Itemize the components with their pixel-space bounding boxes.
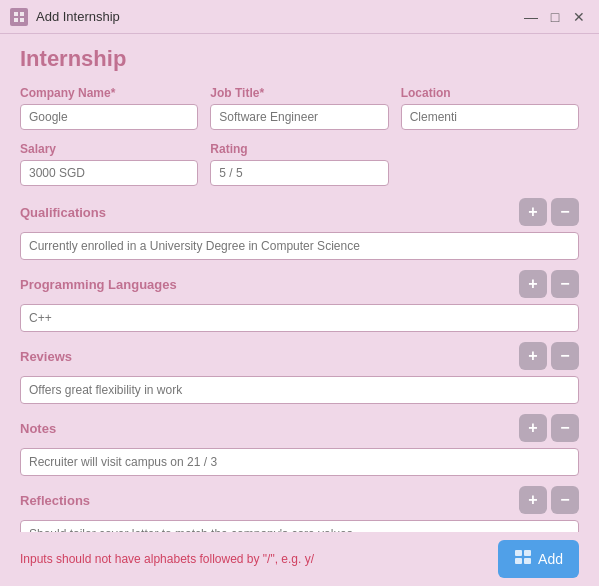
notes-input[interactable] (20, 448, 579, 476)
svg-rect-6 (524, 550, 531, 556)
location-label: Location (401, 86, 579, 100)
svg-rect-5 (515, 558, 522, 564)
qualifications-section-header: Qualifications + − (20, 198, 579, 226)
company-name-group: Company Name* (20, 86, 198, 130)
reflections-remove-button[interactable]: − (551, 486, 579, 514)
location-group: Location (401, 86, 579, 130)
form-footer: Inputs should not have alphabets followe… (0, 532, 599, 586)
location-input[interactable] (401, 104, 579, 130)
minimize-button[interactable]: — (521, 7, 541, 27)
add-button-label: Add (538, 551, 563, 567)
maximize-button[interactable]: □ (545, 7, 565, 27)
qualifications-label: Qualifications (20, 205, 519, 220)
notes-controls: + − (519, 414, 579, 442)
company-name-input[interactable] (20, 104, 198, 130)
programming-languages-section-header: Programming Languages + − (20, 270, 579, 298)
app-icon (10, 8, 28, 26)
qualifications-input[interactable] (20, 232, 579, 260)
programming-languages-controls: + − (519, 270, 579, 298)
row-salary-rating: Salary Rating (20, 142, 579, 186)
qualifications-controls: + − (519, 198, 579, 226)
salary-group: Salary (20, 142, 198, 186)
rating-input[interactable] (210, 160, 388, 186)
rating-label: Rating (210, 142, 388, 156)
notes-add-button[interactable]: + (519, 414, 547, 442)
form-content: Internship Company Name* Job Title* Loca… (0, 34, 599, 532)
notes-section-header: Notes + − (20, 414, 579, 442)
rating-group: Rating (210, 142, 388, 186)
reviews-section-header: Reviews + − (20, 342, 579, 370)
add-internship-button[interactable]: Add (498, 540, 579, 578)
programming-languages-remove-button[interactable]: − (551, 270, 579, 298)
window-title: Add Internship (36, 9, 513, 24)
row-basic-info: Company Name* Job Title* Location (20, 86, 579, 130)
svg-rect-3 (20, 18, 24, 22)
page-title: Internship (20, 46, 579, 72)
reviews-add-button[interactable]: + (519, 342, 547, 370)
title-bar: Add Internship — □ ✕ (0, 0, 599, 34)
error-message: Inputs should not have alphabets followe… (20, 552, 488, 566)
salary-label: Salary (20, 142, 198, 156)
svg-rect-2 (14, 18, 18, 22)
main-window: Add Internship — □ ✕ Internship Company … (0, 0, 599, 586)
reviews-label: Reviews (20, 349, 519, 364)
svg-rect-0 (14, 12, 18, 16)
job-title-group: Job Title* (210, 86, 388, 130)
close-button[interactable]: ✕ (569, 7, 589, 27)
window-controls: — □ ✕ (521, 7, 589, 27)
reflections-section-header: Reflections + − (20, 486, 579, 514)
qualifications-remove-button[interactable]: − (551, 198, 579, 226)
svg-rect-1 (20, 12, 24, 16)
reflections-add-button[interactable]: + (519, 486, 547, 514)
reflections-controls: + − (519, 486, 579, 514)
notes-remove-button[interactable]: − (551, 414, 579, 442)
reviews-remove-button[interactable]: − (551, 342, 579, 370)
notes-label: Notes (20, 421, 519, 436)
programming-languages-label: Programming Languages (20, 277, 519, 292)
job-title-input[interactable] (210, 104, 388, 130)
reviews-input[interactable] (20, 376, 579, 404)
job-title-label: Job Title* (210, 86, 388, 100)
programming-languages-add-button[interactable]: + (519, 270, 547, 298)
reflections-input[interactable] (20, 520, 579, 532)
svg-rect-4 (515, 550, 522, 556)
reflections-label: Reflections (20, 493, 519, 508)
programming-languages-input[interactable] (20, 304, 579, 332)
reviews-controls: + − (519, 342, 579, 370)
company-name-label: Company Name* (20, 86, 198, 100)
add-button-icon (514, 548, 532, 570)
salary-input[interactable] (20, 160, 198, 186)
empty-col (401, 142, 579, 186)
svg-rect-7 (524, 558, 531, 564)
qualifications-add-button[interactable]: + (519, 198, 547, 226)
